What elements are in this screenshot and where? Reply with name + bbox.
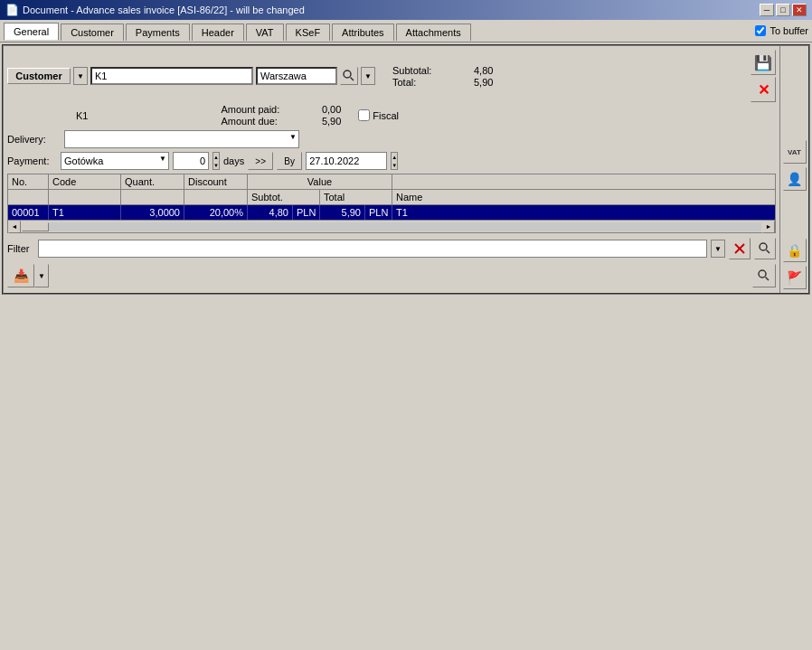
payment-by-button[interactable]: By: [277, 152, 302, 170]
import-button[interactable]: 📥: [7, 264, 34, 287]
lock-sidebar-button[interactable]: 🔒: [783, 239, 807, 262]
subtotal-value: 4,80: [439, 65, 493, 76]
tab-customer[interactable]: Customer: [61, 24, 124, 41]
payment-nav-button[interactable]: >>: [248, 152, 273, 170]
filter-clear-icon: [733, 242, 746, 255]
payment-label: Payment:: [7, 155, 57, 166]
tab-attributes[interactable]: Attributes: [332, 24, 393, 41]
h-scrollbar-thumb[interactable]: [22, 222, 49, 231]
tab-general[interactable]: General: [4, 23, 59, 41]
filter-input[interactable]: [38, 240, 707, 258]
filter-search-button[interactable]: [754, 238, 776, 259]
customer-button[interactable]: Customer: [7, 68, 71, 84]
k1-label: K1: [76, 110, 88, 121]
date-down-button[interactable]: ▼: [392, 161, 397, 169]
tab-vat[interactable]: VAT: [246, 24, 284, 41]
to-buffer-checkbox[interactable]: [755, 25, 766, 36]
subtotal-label: Subtotal:: [392, 65, 431, 76]
summary-panel: Subtotal: 4,80 Total: 5,90: [392, 65, 493, 88]
col-header-no: No.: [8, 174, 49, 189]
date-up-button[interactable]: ▲: [392, 153, 397, 161]
col-header-no2: [8, 190, 49, 204]
filter-label: Filter: [7, 243, 34, 254]
to-buffer-container: To buffer: [755, 25, 808, 36]
title-bar-buttons: ─ □ ✕: [760, 4, 807, 16]
scroll-right-button[interactable]: ►: [762, 221, 775, 233]
svg-point-6: [759, 270, 766, 278]
amount-panel: Amount paid: 0,00 Amount due: 5,90: [221, 104, 341, 127]
window-icon: 📄: [5, 4, 19, 16]
col-header-name-spacer: [392, 174, 775, 189]
amount-due-value: 5,90: [287, 116, 341, 127]
svg-point-4: [760, 243, 767, 250]
person-icon: 👤: [787, 172, 802, 186]
cell-no: 00001: [8, 205, 49, 220]
col-header-discount: Discount: [184, 174, 248, 189]
filter-dropdown-button[interactable]: ▼: [711, 240, 725, 258]
person-sidebar-button[interactable]: 👤: [783, 167, 807, 191]
content-panel: Customer ▼ ▼ Subtotal: 4,80 Total: 5,90: [4, 46, 779, 293]
tabs-container: General Customer Payments Header VAT KSe…: [4, 22, 755, 40]
bottom-left-buttons: 📥 ▼: [7, 264, 49, 287]
payment-row: Payment: Gotówka ▼ ▲ ▼ days >> By ▲: [7, 152, 776, 170]
customer-search-button[interactable]: [340, 67, 358, 85]
total-value: 5,90: [439, 77, 493, 88]
amount-paid-value: 0,00: [287, 104, 341, 115]
fiscal-checkbox[interactable]: [358, 109, 370, 121]
tab-bar: General Customer Payments Header VAT KSe…: [0, 20, 812, 42]
days-up-button[interactable]: ▲: [213, 153, 219, 161]
restore-button[interactable]: □: [776, 4, 790, 16]
customer-dropdown-button[interactable]: ▼: [361, 67, 375, 85]
amount-paid-label: Amount paid:: [221, 104, 279, 115]
col-header-quant: Quant.: [121, 174, 184, 189]
cell-subtot: 4,80: [248, 205, 293, 220]
search-icon: [343, 70, 355, 82]
close-button[interactable]: ✕: [792, 4, 807, 16]
delivery-select[interactable]: [64, 130, 299, 148]
customer-code-input[interactable]: [90, 67, 253, 85]
col-header-code: Code: [49, 174, 121, 189]
delivery-label: Delivery:: [7, 134, 57, 145]
svg-line-7: [766, 278, 770, 281]
days-down-button[interactable]: ▼: [213, 161, 219, 169]
payment-date-input[interactable]: [306, 152, 387, 170]
vat-icon: VAT: [788, 148, 801, 156]
payment-days-input[interactable]: [173, 152, 209, 170]
h-scrollbar: ◄ ►: [8, 220, 775, 232]
tab-header[interactable]: Header: [192, 24, 244, 41]
window-title: Document - Advance sales invoice [ASI-86…: [23, 5, 305, 15]
col-header-quant2: [121, 190, 184, 204]
payment-method-select[interactable]: Gotówka: [61, 152, 169, 170]
cell-discount: 20,00%: [184, 205, 248, 220]
filter-search-icon: [759, 242, 771, 255]
table-row[interactable]: 00001 T1 3,0000 20,00% 4,80 PLN 5,90 PLN…: [8, 205, 775, 220]
vat-sidebar-button[interactable]: VAT: [783, 140, 807, 164]
minimize-button[interactable]: ─: [760, 4, 774, 16]
tab-attachments[interactable]: Attachments: [396, 24, 471, 41]
cell-total-currency: PLN: [365, 205, 392, 220]
customer-arrow[interactable]: ▼: [73, 67, 88, 85]
col-header-value: Value: [248, 174, 392, 189]
scroll-left-button[interactable]: ◄: [8, 221, 21, 233]
flag-sidebar-button[interactable]: 🚩: [783, 266, 807, 289]
cell-total: 5,90: [320, 205, 365, 220]
tab-payments[interactable]: Payments: [126, 24, 190, 41]
cell-code: T1: [49, 205, 121, 220]
save-button[interactable]: 💾: [751, 50, 776, 75]
payment-method-wrapper: Gotówka ▼: [61, 152, 169, 170]
table-header-row2: Subtot. Total Name: [8, 190, 775, 205]
filter-clear-button[interactable]: [729, 238, 751, 259]
window: 📄 Document - Advance sales invoice [ASI-…: [0, 0, 812, 650]
total-label: Total:: [392, 77, 431, 88]
cell-subtot-currency: PLN: [293, 205, 320, 220]
bottom-search-button[interactable]: [752, 264, 776, 287]
right-sidebar: VAT 👤 🔒 🚩: [779, 46, 808, 293]
delivery-row: Delivery: ▼: [7, 130, 776, 148]
customer-city-input[interactable]: [256, 67, 337, 85]
main-panel: Customer ▼ ▼ Subtotal: 4,80 Total: 5,90: [2, 44, 810, 295]
tab-ksef[interactable]: KSeF: [286, 24, 331, 41]
import-dropdown-button[interactable]: ▼: [34, 264, 49, 287]
cancel-button[interactable]: ✕: [751, 77, 776, 102]
title-bar-text: 📄 Document - Advance sales invoice [ASI-…: [5, 4, 305, 16]
k1-row: K1 Amount paid: 0,00 Amount due: 5,90 Fi…: [76, 104, 776, 127]
